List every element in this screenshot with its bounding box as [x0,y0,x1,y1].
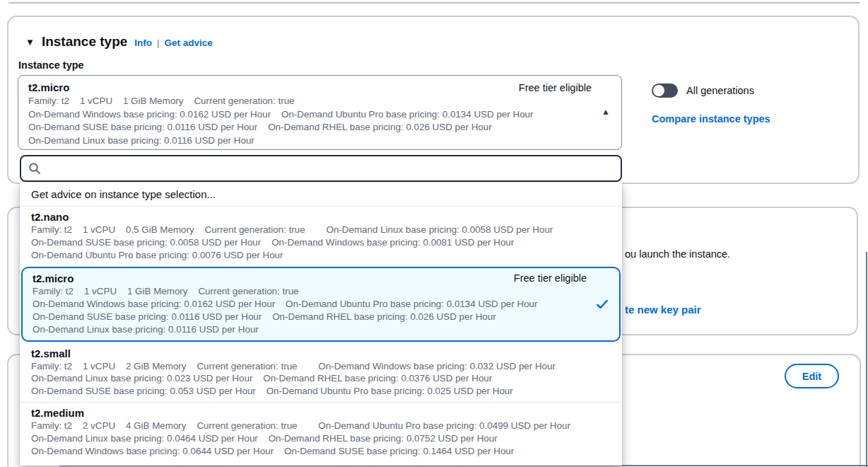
section-title: Instance type [42,34,127,50]
instance-type-section-header: ▼ Instance type Info | Get advice [25,34,213,50]
search-input[interactable] [47,156,614,180]
instance-type-details: On-Demand Linux base pricing: 0.0116 USD… [33,323,588,336]
selected-instance-type: t2.micro [28,81,593,95]
caret-down-icon[interactable]: ▼ [25,37,35,47]
instance-type-details: Family: t2 2 vCPU 4 GiB Memory Current g… [31,420,611,432]
instance-type-details: On-Demand Windows base pricing: 0.0644 U… [31,445,611,458]
instance-type-details: On-Demand SUSE base pricing: 0.0116 USD … [33,311,588,323]
get-advice-link[interactable]: Get advice [165,38,213,48]
option-t2-micro-selected[interactable]: t2.micro Family: t2 1 vCPU 1 GiB Memory … [21,267,621,341]
create-new-key-pair-link-fragment[interactable]: te new key pair [625,304,701,316]
instance-type-details: On-Demand SUSE base pricing: 0.0058 USD … [31,236,611,249]
instance-type-details: On-Demand Ubuntu Pro base pricing: 0.007… [31,249,611,262]
instance-type-name: t2.medium [31,406,611,420]
instance-type-dropdown: Get advice on instance type selection...… [20,183,622,466]
compare-instance-types-link[interactable]: Compare instance types [652,113,770,125]
instance-type-details: Family: t2 1 vCPU 2 GiB Memory Current g… [31,360,611,373]
instance-type-details: On-Demand SUSE base pricing: 0.053 USD p… [31,385,611,398]
edit-button[interactable]: Edit [785,364,839,388]
key-pair-description-fragment: ou launch the instance. [625,248,730,260]
instance-type-field-label: Instance type [18,59,84,71]
caret-up-icon[interactable]: ▲ [602,107,610,117]
get-advice-option[interactable]: Get advice on instance type selection... [20,183,622,207]
option-t2-small[interactable]: t2.small Family: t2 1 vCPU 2 GiB Memory … [20,343,622,403]
check-icon [595,297,609,311]
instance-type-name: t2.nano [31,210,611,224]
instance-type-details: Family: t2 1 vCPU 1 GiB Memory Current g… [33,285,588,298]
all-generations-label: All generations [686,85,754,96]
instance-type-search-box[interactable] [20,155,622,182]
instance-type-details: On-Demand Windows base pricing: 0.0162 U… [28,108,593,122]
instance-type-details: Family: t2 1 vCPU 0.5 GiB Memory Current… [31,224,611,236]
option-t2-nano[interactable]: t2.nano Family: t2 1 vCPU 0.5 GiB Memory… [20,207,622,265]
viewport-edge-right [866,252,867,467]
free-tier-badge: Free tier eligible [519,82,592,93]
instance-type-details: On-Demand Linux base pricing: 0.0464 USD… [31,432,611,445]
instance-type-details: On-Demand Linux base pricing: 0.0116 USD… [28,134,593,148]
info-link[interactable]: Info [134,38,152,48]
link-separator: | [157,38,160,48]
section-divider [8,2,860,4]
instance-type-select-trigger[interactable]: t2.micro Family: t2 1 vCPU 1 GiB Memory … [18,75,622,150]
instance-type-name: t2.small [31,347,611,360]
instance-type-details: On-Demand Linux base pricing: 0.023 USD … [31,372,611,385]
instance-type-details: On-Demand SUSE base pricing: 0.0116 USD … [28,121,593,134]
instance-type-details: Family: t2 1 vCPU 1 GiB Memory Current g… [28,95,593,108]
instance-type-details: On-Demand Windows base pricing: 0.0162 U… [33,298,588,311]
free-tier-badge: Free tier eligible [514,272,587,284]
instance-type-name: t2.micro [33,272,588,285]
option-t2-medium[interactable]: t2.medium Family: t2 2 vCPU 4 GiB Memory… [20,403,622,461]
search-icon [28,162,41,175]
toggle-knob [653,85,664,96]
all-generations-toggle[interactable] [652,83,678,98]
ec2-launch-instance-page: ou launch the instance. te new key pair … [0,0,868,467]
